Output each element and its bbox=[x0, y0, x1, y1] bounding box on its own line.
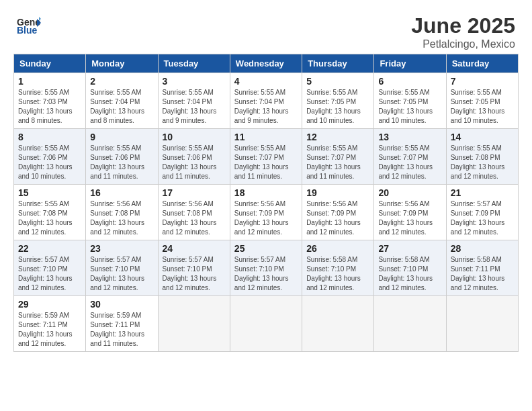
calendar-cell: 3Sunrise: 5:55 AMSunset: 7:04 PMDaylight… bbox=[158, 73, 230, 129]
day-info: Sunrise: 5:58 AMSunset: 7:10 PMDaylight:… bbox=[306, 255, 369, 293]
logo-icon: General Blue bbox=[17, 13, 41, 40]
day-number: 6 bbox=[378, 76, 441, 87]
calendar-row: 15Sunrise: 5:55 AMSunset: 7:08 PMDayligh… bbox=[14, 185, 519, 240]
day-number: 22 bbox=[18, 243, 81, 254]
header-friday: Friday bbox=[374, 54, 446, 73]
day-info: Sunrise: 5:57 AMSunset: 7:10 PMDaylight:… bbox=[234, 255, 298, 293]
day-info: Sunrise: 5:56 AMSunset: 7:09 PMDaylight:… bbox=[306, 199, 369, 237]
calendar-cell bbox=[302, 296, 374, 352]
day-number: 14 bbox=[451, 132, 514, 142]
day-number: 1 bbox=[18, 76, 81, 87]
calendar-table: Sunday Monday Tuesday Wednesday Thursday… bbox=[13, 54, 519, 352]
calendar-cell: 2Sunrise: 5:55 AMSunset: 7:04 PMDaylight… bbox=[86, 73, 158, 129]
calendar-cell: 4Sunrise: 5:55 AMSunset: 7:04 PMDaylight… bbox=[230, 73, 302, 129]
calendar-cell: 15Sunrise: 5:55 AMSunset: 7:08 PMDayligh… bbox=[14, 185, 86, 240]
day-info: Sunrise: 5:55 AMSunset: 7:05 PMDaylight:… bbox=[451, 88, 514, 126]
day-number: 8 bbox=[18, 132, 81, 142]
calendar-cell bbox=[374, 296, 446, 352]
title-area: June 2025 Petlalcingo, Mexico bbox=[411, 13, 515, 50]
calendar-row: 29Sunrise: 5:59 AMSunset: 7:11 PMDayligh… bbox=[14, 296, 519, 352]
calendar-cell: 26Sunrise: 5:58 AMSunset: 7:10 PMDayligh… bbox=[302, 240, 374, 296]
day-number: 29 bbox=[18, 299, 81, 310]
logo: General Blue bbox=[17, 13, 41, 40]
day-number: 13 bbox=[378, 132, 441, 142]
day-info: Sunrise: 5:59 AMSunset: 7:11 PMDaylight:… bbox=[90, 311, 153, 349]
day-number: 24 bbox=[163, 243, 226, 254]
calendar-cell: 28Sunrise: 5:58 AMSunset: 7:11 PMDayligh… bbox=[446, 240, 518, 296]
day-number: 7 bbox=[451, 76, 514, 87]
calendar-cell: 6Sunrise: 5:55 AMSunset: 7:05 PMDaylight… bbox=[374, 73, 446, 129]
day-info: Sunrise: 5:55 AMSunset: 7:04 PMDaylight:… bbox=[234, 88, 298, 126]
day-info: Sunrise: 5:55 AMSunset: 7:04 PMDaylight:… bbox=[90, 88, 153, 126]
day-number: 15 bbox=[18, 187, 81, 198]
day-number: 25 bbox=[234, 243, 298, 254]
day-info: Sunrise: 5:55 AMSunset: 7:05 PMDaylight:… bbox=[306, 88, 369, 126]
day-number: 19 bbox=[306, 187, 369, 198]
day-number: 11 bbox=[234, 132, 298, 142]
day-info: Sunrise: 5:55 AMSunset: 7:07 PMDaylight:… bbox=[306, 144, 369, 181]
day-info: Sunrise: 5:55 AMSunset: 7:07 PMDaylight:… bbox=[378, 144, 441, 181]
day-info: Sunrise: 5:55 AMSunset: 7:04 PMDaylight:… bbox=[163, 88, 226, 126]
day-info: Sunrise: 5:55 AMSunset: 7:06 PMDaylight:… bbox=[90, 144, 153, 181]
calendar-cell: 29Sunrise: 5:59 AMSunset: 7:11 PMDayligh… bbox=[14, 296, 86, 352]
day-number: 28 bbox=[451, 243, 514, 254]
day-info: Sunrise: 5:55 AMSunset: 7:03 PMDaylight:… bbox=[18, 88, 81, 126]
day-info: Sunrise: 5:57 AMSunset: 7:09 PMDaylight:… bbox=[451, 199, 514, 237]
day-number: 20 bbox=[378, 187, 441, 198]
calendar-cell bbox=[158, 296, 230, 352]
day-number: 5 bbox=[306, 76, 369, 87]
day-number: 27 bbox=[378, 243, 441, 254]
page-header: General Blue June 2025 Petlalcingo, Mexi… bbox=[7, 7, 525, 54]
calendar-cell: 8Sunrise: 5:55 AMSunset: 7:06 PMDaylight… bbox=[14, 129, 86, 185]
day-info: Sunrise: 5:58 AMSunset: 7:11 PMDaylight:… bbox=[451, 255, 514, 293]
calendar-cell: 25Sunrise: 5:57 AMSunset: 7:10 PMDayligh… bbox=[230, 240, 302, 296]
header-monday: Monday bbox=[86, 54, 158, 73]
calendar-cell: 11Sunrise: 5:55 AMSunset: 7:07 PMDayligh… bbox=[230, 129, 302, 185]
day-info: Sunrise: 5:57 AMSunset: 7:10 PMDaylight:… bbox=[163, 255, 226, 293]
header-sunday: Sunday bbox=[14, 54, 86, 73]
day-info: Sunrise: 5:56 AMSunset: 7:08 PMDaylight:… bbox=[90, 199, 153, 237]
day-number: 2 bbox=[90, 76, 153, 87]
calendar-cell: 13Sunrise: 5:55 AMSunset: 7:07 PMDayligh… bbox=[374, 129, 446, 185]
day-info: Sunrise: 5:55 AMSunset: 7:06 PMDaylight:… bbox=[163, 144, 226, 181]
day-info: Sunrise: 5:55 AMSunset: 7:08 PMDaylight:… bbox=[18, 199, 81, 237]
day-info: Sunrise: 5:56 AMSunset: 7:09 PMDaylight:… bbox=[378, 199, 441, 237]
day-info: Sunrise: 5:56 AMSunset: 7:08 PMDaylight:… bbox=[163, 199, 226, 237]
calendar-cell: 17Sunrise: 5:56 AMSunset: 7:08 PMDayligh… bbox=[158, 185, 230, 240]
calendar-cell: 5Sunrise: 5:55 AMSunset: 7:05 PMDaylight… bbox=[302, 73, 374, 129]
day-info: Sunrise: 5:55 AMSunset: 7:08 PMDaylight:… bbox=[451, 144, 514, 181]
weekday-header-row: Sunday Monday Tuesday Wednesday Thursday… bbox=[14, 54, 519, 73]
calendar-row: 1Sunrise: 5:55 AMSunset: 7:03 PMDaylight… bbox=[14, 73, 519, 129]
calendar-cell: 12Sunrise: 5:55 AMSunset: 7:07 PMDayligh… bbox=[302, 129, 374, 185]
day-number: 4 bbox=[234, 76, 298, 87]
calendar-cell: 30Sunrise: 5:59 AMSunset: 7:11 PMDayligh… bbox=[86, 296, 158, 352]
day-info: Sunrise: 5:57 AMSunset: 7:10 PMDaylight:… bbox=[90, 255, 153, 293]
calendar-cell: 18Sunrise: 5:56 AMSunset: 7:09 PMDayligh… bbox=[230, 185, 302, 240]
month-title: June 2025 bbox=[411, 13, 515, 38]
day-number: 21 bbox=[451, 187, 514, 198]
day-number: 26 bbox=[306, 243, 369, 254]
calendar-cell: 22Sunrise: 5:57 AMSunset: 7:10 PMDayligh… bbox=[14, 240, 86, 296]
calendar-row: 8Sunrise: 5:55 AMSunset: 7:06 PMDaylight… bbox=[14, 129, 519, 185]
location-title: Petlalcingo, Mexico bbox=[411, 38, 515, 50]
day-number: 30 bbox=[90, 299, 153, 310]
calendar-row: 22Sunrise: 5:57 AMSunset: 7:10 PMDayligh… bbox=[14, 240, 519, 296]
header-saturday: Saturday bbox=[446, 54, 518, 73]
day-info: Sunrise: 5:59 AMSunset: 7:11 PMDaylight:… bbox=[18, 311, 81, 349]
calendar-cell: 9Sunrise: 5:55 AMSunset: 7:06 PMDaylight… bbox=[86, 129, 158, 185]
header-thursday: Thursday bbox=[302, 54, 374, 73]
day-number: 12 bbox=[306, 132, 369, 142]
calendar-cell bbox=[230, 296, 302, 352]
calendar-cell: 23Sunrise: 5:57 AMSunset: 7:10 PMDayligh… bbox=[86, 240, 158, 296]
calendar-cell: 19Sunrise: 5:56 AMSunset: 7:09 PMDayligh… bbox=[302, 185, 374, 240]
calendar-cell: 10Sunrise: 5:55 AMSunset: 7:06 PMDayligh… bbox=[158, 129, 230, 185]
calendar-cell: 7Sunrise: 5:55 AMSunset: 7:05 PMDaylight… bbox=[446, 73, 518, 129]
calendar-cell: 21Sunrise: 5:57 AMSunset: 7:09 PMDayligh… bbox=[446, 185, 518, 240]
calendar-cell: 27Sunrise: 5:58 AMSunset: 7:10 PMDayligh… bbox=[374, 240, 446, 296]
header-tuesday: Tuesday bbox=[158, 54, 230, 73]
day-number: 16 bbox=[90, 187, 153, 198]
day-number: 10 bbox=[163, 132, 226, 142]
day-info: Sunrise: 5:55 AMSunset: 7:06 PMDaylight:… bbox=[18, 144, 81, 181]
day-info: Sunrise: 5:56 AMSunset: 7:09 PMDaylight:… bbox=[234, 199, 298, 237]
day-number: 18 bbox=[234, 187, 298, 198]
